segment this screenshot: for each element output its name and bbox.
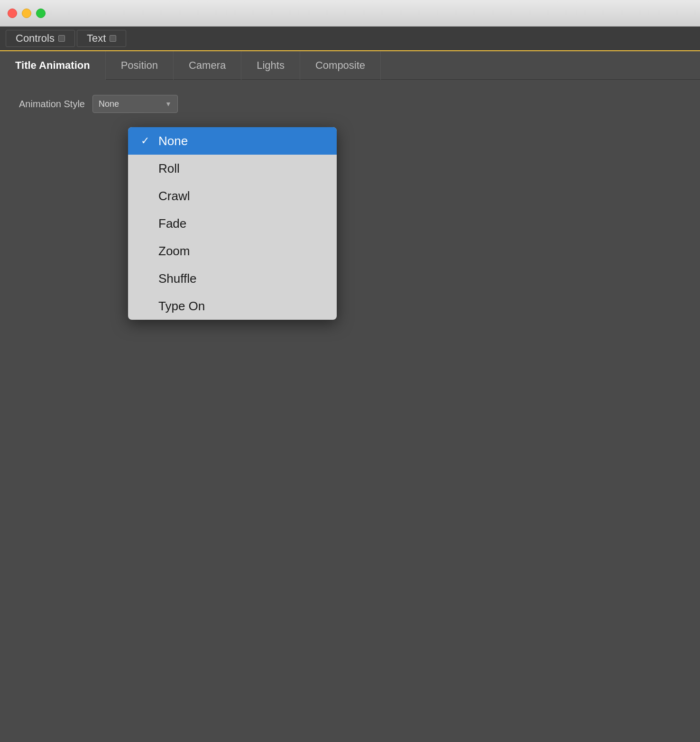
tab-camera-label: Camera bbox=[189, 59, 226, 72]
title-bar bbox=[0, 0, 700, 27]
chevron-down-icon: ▼ bbox=[165, 100, 172, 108]
checkmark-icon: ✓ bbox=[139, 135, 151, 147]
dropdown-option-none-label: None bbox=[158, 134, 188, 148]
dropdown-option-type-on-label: Type On bbox=[158, 299, 205, 314]
dropdown-option-zoom[interactable]: Zoom bbox=[128, 237, 337, 265]
animation-style-label: Animation Style bbox=[19, 99, 85, 110]
tab-camera[interactable]: Camera bbox=[174, 51, 241, 80]
tab-title-animation[interactable]: Title Animation bbox=[0, 51, 106, 80]
dropdown-option-fade-label: Fade bbox=[158, 216, 186, 231]
animation-style-select[interactable]: None ▼ bbox=[92, 95, 178, 113]
dropdown-option-crawl-label: Crawl bbox=[158, 189, 190, 204]
tab-lights-label: Lights bbox=[257, 59, 285, 72]
dropdown-option-fade[interactable]: Fade bbox=[128, 210, 337, 237]
tab-controls[interactable]: Controls bbox=[6, 30, 75, 47]
tab-title-animation-label: Title Animation bbox=[15, 59, 90, 72]
animation-style-value: None bbox=[99, 99, 119, 109]
dropdown-option-zoom-label: Zoom bbox=[158, 244, 190, 259]
tab-controls-label: Controls bbox=[16, 32, 55, 45]
dropdown-option-roll-label: Roll bbox=[158, 161, 180, 176]
dropdown-option-crawl[interactable]: Crawl bbox=[128, 182, 337, 210]
tab-lights[interactable]: Lights bbox=[241, 51, 300, 80]
tab-composite-label: Composite bbox=[315, 59, 365, 72]
top-tab-bar: Controls Text bbox=[0, 27, 700, 51]
animation-style-dropdown: ✓ None Roll Crawl Fade Zoom Shuffle Type… bbox=[128, 127, 337, 320]
text-checkbox[interactable] bbox=[110, 35, 116, 42]
secondary-tab-bar: Title Animation Position Camera Lights C… bbox=[0, 51, 700, 80]
animation-style-row: Animation Style None ▼ bbox=[19, 95, 681, 113]
dropdown-option-roll[interactable]: Roll bbox=[128, 155, 337, 182]
maximize-button[interactable] bbox=[36, 9, 46, 18]
close-button[interactable] bbox=[8, 9, 17, 18]
tab-composite[interactable]: Composite bbox=[300, 51, 381, 80]
main-content: Animation Style None ▼ ✓ None Roll Crawl… bbox=[0, 80, 700, 132]
dropdown-option-type-on[interactable]: Type On bbox=[128, 292, 337, 320]
tab-position[interactable]: Position bbox=[106, 51, 174, 80]
dropdown-option-shuffle[interactable]: Shuffle bbox=[128, 265, 337, 292]
tab-text-label: Text bbox=[87, 32, 106, 45]
minimize-button[interactable] bbox=[22, 9, 31, 18]
tab-text[interactable]: Text bbox=[77, 30, 126, 47]
dropdown-option-none[interactable]: ✓ None bbox=[128, 127, 337, 155]
controls-checkbox[interactable] bbox=[58, 35, 65, 42]
dropdown-option-shuffle-label: Shuffle bbox=[158, 271, 196, 286]
tab-position-label: Position bbox=[121, 59, 158, 72]
